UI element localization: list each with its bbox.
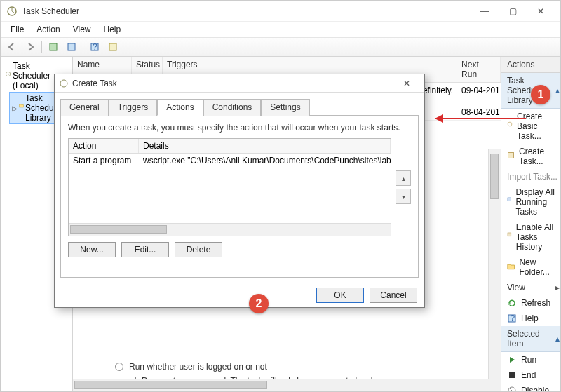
window-title: Task Scheduler <box>22 6 471 16</box>
dialog-title: Create Task <box>72 79 393 88</box>
tab-triggers[interactable]: Triggers <box>109 99 158 116</box>
col-action[interactable]: Action <box>69 139 139 153</box>
toolbar: ? <box>1 37 560 57</box>
instruction-text: When you create a task, you must specify… <box>68 123 411 133</box>
history-icon <box>507 232 512 242</box>
dialog-close-button[interactable]: ✕ <box>393 79 420 88</box>
svg-rect-5 <box>109 43 116 50</box>
stop-icon <box>507 370 517 380</box>
forward-button[interactable] <box>22 39 39 55</box>
svg-text:?: ? <box>511 313 515 323</box>
svg-rect-1 <box>50 43 57 50</box>
list-icon <box>507 197 511 207</box>
window-titlebar: Task Scheduler — ▢ ✕ <box>1 1 560 22</box>
dialog-tabs: General Triggers Actions Conditions Sett… <box>55 93 424 115</box>
task-icon <box>507 151 515 161</box>
horizontal-scrollbar[interactable] <box>73 379 501 391</box>
grid-hscrollbar[interactable] <box>69 223 391 236</box>
tab-settings[interactable]: Settings <box>261 99 309 116</box>
section-selected-label: Selected Item <box>507 329 555 349</box>
radio-run-whether[interactable]: Run whether user is logged on or not <box>115 360 487 374</box>
dialog-titlebar[interactable]: Create Task ✕ <box>55 74 424 93</box>
col-details[interactable]: Details <box>139 139 391 153</box>
grid-row-details: wscript.exe "C:\Users\Anil Kumar\Documen… <box>139 154 391 168</box>
app-icon <box>6 6 18 17</box>
action-new-folder[interactable]: New Folder... <box>501 255 561 280</box>
action-buttons: New... Edit... Delete <box>68 242 411 257</box>
close-button[interactable]: ✕ <box>527 1 555 21</box>
menu-file[interactable]: File <box>5 23 29 36</box>
tab-body-actions: When you create a task, you must specify… <box>60 115 419 278</box>
tab-general[interactable]: General <box>60 99 109 116</box>
refresh-icon <box>507 298 517 308</box>
svg-rect-10 <box>508 198 511 201</box>
back-button[interactable] <box>4 39 20 55</box>
svg-rect-11 <box>508 233 511 236</box>
maximize-button[interactable]: ▢ <box>499 1 527 21</box>
menu-action[interactable]: Action <box>31 23 65 36</box>
toolbar-icon-2[interactable] <box>63 39 80 55</box>
svg-rect-2 <box>68 43 75 50</box>
annotation-badge-1: 1 <box>531 85 550 104</box>
chevron-right-icon: ▸ <box>555 283 560 292</box>
annotation-badge-2: 2 <box>249 294 269 313</box>
radio-icon <box>115 363 123 371</box>
help-icon: ? <box>507 313 517 323</box>
collapse-icon: ▴ <box>555 334 560 344</box>
svg-rect-14 <box>509 372 515 378</box>
action-enable-history[interactable]: Enable All Tasks History <box>501 219 561 255</box>
menubar: File Action View Help <box>1 22 560 37</box>
clock-icon <box>5 71 11 81</box>
menu-view[interactable]: View <box>67 23 97 36</box>
svg-text:?: ? <box>93 42 97 52</box>
delete-button[interactable]: Delete <box>175 242 222 257</box>
move-down-button[interactable]: ▾ <box>396 189 411 204</box>
expand-icon[interactable]: ▷ <box>12 104 18 112</box>
action-display-running[interactable]: Display All Running Tasks <box>501 184 561 219</box>
svg-point-19 <box>60 80 67 87</box>
cancel-button[interactable]: Cancel <box>370 288 417 303</box>
annotation-arrow <box>431 111 529 126</box>
row-nextrun: 09-04-201 <box>457 83 501 104</box>
actions-pane: Actions Task Scheduler Library ▴ Create … <box>501 57 561 391</box>
action-view[interactable]: View▸ <box>501 280 561 295</box>
edit-button[interactable]: Edit... <box>121 242 169 257</box>
svg-point-15 <box>508 387 515 392</box>
new-button[interactable]: New... <box>68 242 116 257</box>
action-refresh[interactable]: Refresh <box>501 295 561 311</box>
clock-icon <box>59 79 69 88</box>
action-disable[interactable]: Disable <box>501 383 561 392</box>
grid-header: Action Details <box>69 139 391 154</box>
disable-icon <box>507 386 517 392</box>
collapse-icon: ▴ <box>555 86 560 95</box>
minimize-button[interactable]: — <box>471 1 499 21</box>
grid-row-action: Start a program <box>69 154 139 168</box>
action-help[interactable]: ?Help <box>501 311 561 326</box>
play-icon <box>507 355 517 365</box>
action-run[interactable]: Run <box>501 352 561 367</box>
action-import-task[interactable]: Import Task... <box>501 169 561 184</box>
tab-actions[interactable]: Actions <box>157 99 203 116</box>
action-create-task[interactable]: Create Task... <box>501 144 561 169</box>
actions-section-selected[interactable]: Selected Item ▴ <box>501 326 561 352</box>
grid-row[interactable]: Start a program wscript.exe "C:\Users\An… <box>69 154 391 168</box>
action-end[interactable]: End <box>501 367 561 383</box>
ok-button[interactable]: OK <box>316 288 364 303</box>
toolbar-icon-3[interactable] <box>104 39 121 55</box>
folder-icon <box>19 103 24 113</box>
toolbar-help-icon[interactable]: ? <box>86 39 103 55</box>
move-up-button[interactable]: ▴ <box>396 170 411 186</box>
label-run-whether: Run whether user is logged on or not <box>129 362 267 372</box>
actions-grid[interactable]: Action Details Start a program wscript.e… <box>68 138 391 236</box>
svg-rect-9 <box>508 153 514 158</box>
create-task-dialog: Create Task ✕ General Triggers Actions C… <box>54 74 425 308</box>
dialog-footer: OK Cancel <box>55 283 424 307</box>
actions-pane-title: Actions <box>501 57 561 73</box>
toolbar-icon-1[interactable] <box>45 39 62 55</box>
vertical-scrollbar[interactable] <box>488 149 501 379</box>
menu-help[interactable]: Help <box>98 23 127 36</box>
col-nextrun[interactable]: Next Run <box>457 57 501 82</box>
tab-conditions[interactable]: Conditions <box>203 99 262 116</box>
folder-icon <box>507 262 515 272</box>
